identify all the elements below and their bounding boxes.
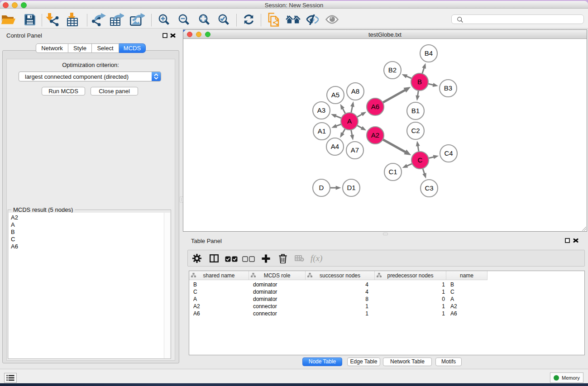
table-toolbar: f(x)	[187, 250, 585, 267]
home-layout-button[interactable]	[286, 9, 301, 28]
import-network-button[interactable]	[46, 9, 59, 28]
control-panel-close-icon[interactable]	[170, 33, 176, 38]
refresh-button[interactable]	[243, 9, 255, 28]
select-all-checks-button[interactable]	[225, 256, 238, 262]
graph-node-A2[interactable]: A2	[367, 127, 384, 144]
graph-node-B4[interactable]: B4	[420, 45, 437, 62]
delete-table-button[interactable]	[295, 255, 304, 262]
search-input[interactable]	[464, 15, 581, 23]
mcds-result-item[interactable]: A2	[11, 214, 165, 221]
edge-A6-B[interactable]	[380, 90, 405, 104]
graph-node-C4[interactable]: C4	[440, 145, 457, 162]
edge-A2-C[interactable]	[380, 138, 406, 152]
graph-node-A7[interactable]: A7	[346, 142, 363, 159]
table-tab-node-table[interactable]: Node Table	[302, 357, 342, 366]
run-mcds-button[interactable]: Run MCDS	[42, 87, 85, 95]
column-header-shared-name[interactable]: shared name	[189, 271, 249, 280]
table-tab-network-table[interactable]: Network Table	[383, 357, 432, 366]
criterion-dropdown[interactable]: largest connected component (directed)	[19, 71, 161, 81]
graph-node-A8[interactable]: A8	[347, 83, 364, 100]
control-tab-select[interactable]: Select	[92, 43, 119, 53]
mcds-result-item[interactable]: A6	[11, 243, 165, 250]
mcds-result-item[interactable]: A	[11, 221, 165, 229]
function-builder-button[interactable]: f(x)	[311, 254, 324, 263]
search-field[interactable]	[451, 14, 584, 24]
table-tab-edge-table[interactable]: Edge Table	[347, 357, 380, 366]
graph-node-B2[interactable]: B2	[384, 62, 401, 79]
graph-node-A[interactable]: A	[341, 113, 358, 130]
delete-column-button[interactable]	[279, 254, 287, 263]
table-cell: dominator	[253, 281, 306, 288]
control-tab-style[interactable]: Style	[68, 43, 92, 53]
svg-text:D: D	[319, 184, 324, 191]
memory-label: Memory	[562, 375, 580, 381]
zoom-in-icon	[158, 14, 169, 25]
graph-node-C3[interactable]: C3	[421, 180, 438, 197]
table-tab-motifs[interactable]: Motifs	[435, 357, 462, 366]
graph-node-A6[interactable]: A6	[367, 98, 384, 115]
graph-node-D[interactable]: D	[313, 179, 330, 196]
import-table-button[interactable]	[66, 9, 79, 28]
table-cell: 4	[306, 281, 368, 288]
save-session-button[interactable]	[24, 9, 36, 28]
table-settings-button[interactable]	[192, 253, 202, 263]
table-panel-float-icon[interactable]	[565, 238, 570, 243]
table-panel-close-icon[interactable]	[573, 238, 578, 243]
arrowhead-A-A4	[340, 132, 344, 138]
clear-all-checks-button[interactable]	[242, 256, 255, 262]
control-tab-mcds[interactable]: MCDS	[119, 43, 146, 53]
memory-button[interactable]: Memory	[550, 372, 583, 383]
export-table-button[interactable]	[110, 9, 124, 28]
graph-node-A4[interactable]: A4	[326, 138, 344, 155]
zoom-in-button[interactable]	[158, 9, 169, 28]
column-header-name[interactable]: name	[446, 271, 488, 280]
mcds-result-list[interactable]: A2ABCA6	[9, 213, 165, 358]
close-panel-button[interactable]: Close panel	[91, 87, 138, 95]
control-panel-float-icon[interactable]	[163, 33, 167, 38]
hide-details-button[interactable]	[306, 9, 319, 28]
export-image-button[interactable]	[130, 9, 145, 28]
table-panel-title: Table Panel	[191, 238, 222, 244]
svg-text:A4: A4	[331, 143, 339, 150]
network-canvas[interactable]: A A1 A3 A4 A5 A7 A8 A6 A2 B B1 B2 B3	[183, 39, 587, 231]
svg-text:A: A	[347, 117, 352, 125]
graph-node-D1[interactable]: D1	[343, 179, 360, 196]
zoom-selected-button[interactable]	[218, 9, 229, 28]
graph-node-C[interactable]: C	[411, 152, 429, 169]
column-header-MCDS-role[interactable]: MCDS role	[249, 271, 306, 280]
column-layout-icon	[210, 254, 219, 262]
mcds-result-item[interactable]: B	[11, 229, 165, 236]
mcds-result-item[interactable]: C	[11, 236, 165, 243]
zoom-fit-button[interactable]	[198, 9, 210, 28]
horizontal-splitter-grip[interactable]	[383, 233, 388, 235]
graph-node-B3[interactable]: B3	[440, 80, 457, 97]
clone-network-button[interactable]	[267, 9, 279, 28]
node-table[interactable]: shared name MCDS role successor nodes pr…	[189, 271, 585, 355]
graph-node-C1[interactable]: C1	[384, 163, 402, 181]
graph-node-A5[interactable]: A5	[327, 86, 344, 104]
graph-node-A1[interactable]: A1	[313, 123, 330, 140]
mcds-result-scrollbar[interactable]	[164, 213, 170, 358]
arrowhead-A-A5	[340, 104, 345, 110]
resize-grip-icon[interactable]	[581, 226, 586, 231]
show-details-button[interactable]	[325, 9, 339, 28]
export-network-button[interactable]	[92, 9, 106, 28]
graph-node-C2[interactable]: C2	[407, 122, 424, 139]
task-history-button[interactable]	[4, 373, 17, 383]
open-session-button[interactable]	[1, 9, 16, 28]
column-header-predecessor-nodes[interactable]: predecessor nodes	[375, 271, 446, 280]
column-layout-button[interactable]	[210, 254, 219, 262]
network-window-titlebar[interactable]: testGlobe.txt	[183, 30, 587, 39]
column-header-successor-nodes[interactable]: successor nodes	[306, 271, 375, 280]
dropdown-stepper-icon[interactable]	[152, 72, 161, 81]
app-titlebar[interactable]: Session: New Session	[0, 1, 588, 9]
clear-all-checks-icon	[242, 256, 255, 262]
add-column-button[interactable]	[262, 254, 270, 263]
graph-node-B[interactable]: B	[411, 73, 428, 91]
control-tab-network[interactable]: Network	[36, 43, 68, 53]
app-window: Session: New Session	[0, 1, 588, 383]
graph-node-A3[interactable]: A3	[313, 102, 330, 119]
graph-node-B1[interactable]: B1	[407, 102, 424, 119]
zoom-out-button[interactable]	[178, 9, 189, 28]
table-tabs: Node TableEdge TableNetwork TableMotifs	[0, 357, 588, 366]
